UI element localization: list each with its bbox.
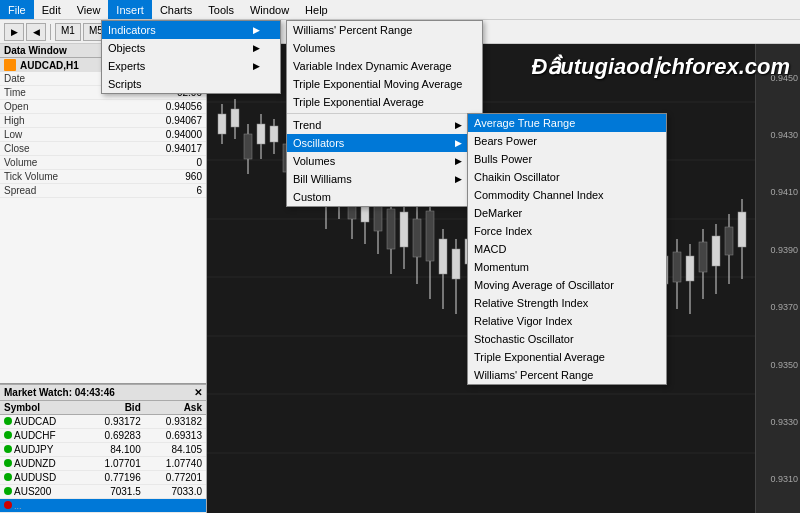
insert-objects[interactable]: Objects ▶ <box>102 39 280 57</box>
osc-bulls-power[interactable]: Bulls Power <box>468 150 666 168</box>
osc-demarker[interactable]: DeMarker <box>468 204 666 222</box>
indicators-submenu: Williams' Percent Range Volumes Variable… <box>286 20 483 207</box>
data-row-volume: Volume 0 <box>0 156 206 170</box>
insert-experts[interactable]: Experts ▶ <box>102 57 280 75</box>
menu-help[interactable]: Help <box>297 0 336 19</box>
data-row-tick-volume: Tick Volume 960 <box>0 170 206 184</box>
market-watch-close[interactable]: ✕ <box>194 387 202 398</box>
symbol-dot <box>4 459 12 467</box>
indicators-volumes2[interactable]: Volumes ▶ <box>287 152 482 170</box>
menu-tools[interactable]: Tools <box>200 0 242 19</box>
osc-macd[interactable]: MACD <box>468 240 666 258</box>
symbol-dot <box>4 501 12 509</box>
price-label-4: 0.9390 <box>758 245 798 255</box>
symbol-dot <box>4 445 12 453</box>
indicators-oscillators[interactable]: Oscillators ▶ <box>287 134 482 152</box>
col-ask: Ask <box>145 401 206 415</box>
svg-rect-42 <box>439 239 447 274</box>
market-row-selected[interactable]: ... <box>0 499 206 513</box>
value-spread: 6 <box>74 185 202 196</box>
market-row[interactable]: AUDCAD 0.93172 0.93182 <box>0 415 206 429</box>
symbol-dot <box>4 417 12 425</box>
col-symbol: Symbol <box>0 401 84 415</box>
menu-file[interactable]: File <box>0 0 34 19</box>
menu-charts[interactable]: Charts <box>152 0 200 19</box>
insert-menu: Indicators ▶ Objects ▶ Experts ▶ Scripts <box>101 20 281 94</box>
indicators-trend[interactable]: Trend ▶ <box>287 116 482 134</box>
value-volume: 0 <box>74 157 202 168</box>
svg-rect-84 <box>712 236 720 266</box>
toolbar-btn-1[interactable]: ▶ <box>4 23 24 41</box>
osc-rsi[interactable]: Relative Strength Index <box>468 294 666 312</box>
market-row[interactable]: AUDJPY 84.100 84.105 <box>0 443 206 457</box>
osc-stochastic[interactable]: Stochastic Oscillator <box>468 330 666 348</box>
menu-window[interactable]: Window <box>242 0 297 19</box>
left-panel: Data Window ✕ AUDCAD,H1 Date 2021.05.19 … <box>0 44 207 513</box>
osc-cci[interactable]: Commodity Channel Index <box>468 186 666 204</box>
market-row[interactable]: AUDUSD 0.77196 0.77201 <box>0 471 206 485</box>
menu-edit[interactable]: Edit <box>34 0 69 19</box>
insert-scripts[interactable]: Scripts <box>102 75 280 93</box>
osc-force-index[interactable]: Force Index <box>468 222 666 240</box>
toolbar-sep-1 <box>50 24 51 40</box>
osc-williams[interactable]: Williams' Percent Range <box>468 366 666 384</box>
insert-indicators[interactable]: Indicators ▶ <box>102 21 280 39</box>
svg-rect-38 <box>413 219 421 257</box>
menu-insert[interactable]: Insert <box>108 0 152 19</box>
label-high: High <box>4 115 74 126</box>
indicators-custom[interactable]: Custom <box>287 188 482 206</box>
market-watch-title: Market Watch: 04:43:46 <box>4 387 115 398</box>
market-row[interactable]: AUS200 7031.5 7033.0 <box>0 485 206 499</box>
timeframe-m1[interactable]: M1 <box>55 23 81 41</box>
market-row[interactable]: AUDNZD 1.07701 1.07740 <box>0 457 206 471</box>
indicators-bill-williams[interactable]: Bill Williams ▶ <box>287 170 482 188</box>
value-high: 0.94067 <box>74 115 202 126</box>
label-low: Low <box>4 129 74 140</box>
indicators-williams[interactable]: Williams' Percent Range <box>287 21 482 39</box>
data-row-high: High 0.94067 <box>0 114 206 128</box>
arrow-icon: ▶ <box>455 138 462 148</box>
label-time: Time <box>4 87 74 98</box>
label-date: Date <box>4 73 74 84</box>
arrow-icon: ▶ <box>455 156 462 166</box>
price-axis: 0.9450 0.9430 0.9410 0.9390 0.9370 0.935… <box>755 44 800 513</box>
symbol-dot <box>4 473 12 481</box>
svg-rect-44 <box>452 249 460 279</box>
osc-chaikin[interactable]: Chaikin Oscillator <box>468 168 666 186</box>
osc-maos[interactable]: Moving Average of Oscillator <box>468 276 666 294</box>
market-row[interactable]: AUDCHF 0.69283 0.69313 <box>0 429 206 443</box>
svg-rect-88 <box>738 212 746 247</box>
arrow-icon: ▶ <box>455 174 462 184</box>
svg-rect-86 <box>725 227 733 255</box>
col-bid: Bid <box>84 401 145 415</box>
osc-rvi[interactable]: Relative Vigor Index <box>468 312 666 330</box>
menu-view[interactable]: View <box>69 0 109 19</box>
arrow-icon: ▶ <box>253 25 260 35</box>
data-window: Data Window ✕ AUDCAD,H1 Date 2021.05.19 … <box>0 44 206 384</box>
value-low: 0.94000 <box>74 129 202 140</box>
osc-atr[interactable]: Average True Range <box>468 114 666 132</box>
indicators-variable[interactable]: Variable Index Dynamic Average <box>287 57 482 75</box>
data-row-low: Low 0.94000 <box>0 128 206 142</box>
value-close: 0.94017 <box>74 143 202 154</box>
osc-triple-exp[interactable]: Triple Exponential Average <box>468 348 666 366</box>
data-window-title: Data Window <box>4 45 67 56</box>
osc-bears-power[interactable]: Bears Power <box>468 132 666 150</box>
label-open: Open <box>4 101 74 112</box>
svg-rect-16 <box>270 126 278 142</box>
svg-rect-12 <box>244 134 252 159</box>
symbol-dot <box>4 431 12 439</box>
osc-momentum[interactable]: Momentum <box>468 258 666 276</box>
indicators-triple-exp[interactable]: Triple Exponential Average <box>287 93 482 111</box>
svg-rect-14 <box>257 124 265 144</box>
svg-rect-40 <box>426 211 434 261</box>
svg-rect-78 <box>673 252 681 282</box>
arrow-icon: ▶ <box>455 120 462 130</box>
menubar: File Edit View Insert Charts Tools Windo… <box>0 0 800 20</box>
indicators-volumes[interactable]: Volumes <box>287 39 482 57</box>
data-row-open: Open 0.94056 <box>0 100 206 114</box>
price-label-7: 0.9330 <box>758 417 798 427</box>
label-tick-volume: Tick Volume <box>4 171 74 182</box>
indicators-triple-exp-moving[interactable]: Triple Exponential Moving Average <box>287 75 482 93</box>
toolbar-btn-2[interactable]: ◀ <box>26 23 46 41</box>
